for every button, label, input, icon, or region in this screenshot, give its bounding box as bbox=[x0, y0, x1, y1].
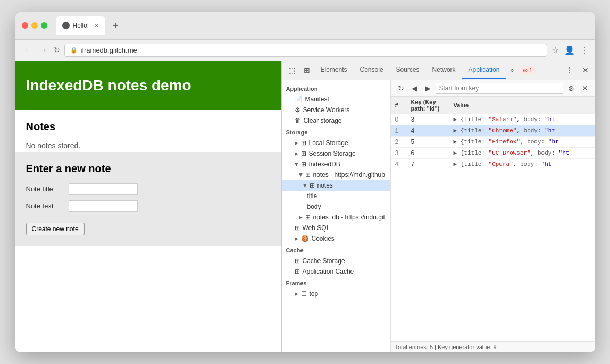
session-storage-expand-icon: ▶ bbox=[295, 151, 298, 156]
cell-key: 3 bbox=[407, 114, 449, 125]
no-notes-text: No notes stored. bbox=[26, 139, 271, 152]
sidebar-item-notes-db[interactable]: ▶ ⊞ notes - https://mdn.github bbox=[282, 170, 390, 180]
devtools-close-button[interactable]: ✕ bbox=[578, 64, 593, 77]
table-row[interactable]: 2 5 ▶ {title: "Firefox", body: "ht bbox=[391, 136, 595, 147]
sidebar-item-body-field[interactable]: body bbox=[282, 201, 390, 212]
note-text-input[interactable] bbox=[69, 200, 138, 212]
application-section-header: Application bbox=[282, 82, 390, 94]
close-button[interactable] bbox=[22, 22, 28, 29]
tab-elements[interactable]: Elements bbox=[314, 62, 354, 79]
url-bar[interactable]: 🔒 iframedb.glitch.me bbox=[64, 44, 547, 57]
manifest-icon: 📄 bbox=[295, 96, 303, 103]
cookies-icon: 🍪 bbox=[301, 235, 309, 242]
cell-value: ▶ {title: "Opera", body: "ht bbox=[449, 158, 595, 170]
sidebar-item-top[interactable]: ▶ ☐ top bbox=[282, 289, 390, 299]
sidebar-item-application-cache[interactable]: ⊞ Application Cache bbox=[282, 266, 390, 277]
indexeddb-icon: ⊞ bbox=[301, 160, 306, 168]
notes-section: Notes No notes stored. bbox=[26, 121, 271, 152]
sidebar-item-service-workers[interactable]: ⚙ Service Workers bbox=[282, 105, 390, 115]
status-bar: Total entries: 5 | Key generator value: … bbox=[391, 341, 595, 352]
delete-entry-button[interactable]: ✕ bbox=[579, 82, 591, 94]
data-toolbar: ↻ ◀ ▶ ⊗ ✕ bbox=[391, 80, 595, 97]
sidebar-item-indexeddb[interactable]: ▶ ⊞ IndexedDB bbox=[282, 159, 390, 170]
notes-db-icon: ⊞ bbox=[305, 171, 311, 179]
cell-value: ▶ {title: "Firefox", body: "ht bbox=[449, 136, 595, 147]
table-row[interactable]: 3 6 ▶ {title: "UC Browser", body: "ht bbox=[391, 147, 595, 158]
service-workers-label: Service Workers bbox=[303, 106, 350, 114]
next-button[interactable]: ▶ bbox=[422, 82, 433, 94]
bookmark-icon[interactable]: ☆ bbox=[551, 45, 559, 55]
sidebar-item-clear-storage[interactable]: 🗑 Clear storage bbox=[282, 115, 390, 126]
local-storage-icon: ⊞ bbox=[301, 139, 306, 147]
cell-index: 4 bbox=[391, 158, 407, 170]
devtools-menu-button[interactable]: ⋮ bbox=[561, 64, 577, 77]
new-tab-button[interactable]: + bbox=[110, 19, 122, 32]
cookies-label: Cookies bbox=[312, 235, 335, 242]
tab-console[interactable]: Console bbox=[354, 62, 390, 79]
create-note-button[interactable]: Create new note bbox=[26, 223, 85, 235]
sidebar-item-notes-db2[interactable]: ▶ ⊞ notes_db - https://mdn.git bbox=[282, 212, 390, 223]
cell-index: 0 bbox=[391, 114, 407, 125]
tab-network[interactable]: Network bbox=[426, 62, 462, 79]
sidebar-item-session-storage[interactable]: ▶ ⊞ Session Storage bbox=[282, 148, 390, 159]
maximize-button[interactable] bbox=[41, 22, 47, 29]
browser-tab[interactable]: Hello! ✕ bbox=[56, 16, 106, 35]
table-row[interactable]: 1 4 ▶ {title: "Chrome", body: "ht bbox=[391, 125, 595, 136]
new-note-section: Enter a new note Note title Note text Cr… bbox=[15, 152, 281, 246]
start-from-key-input[interactable] bbox=[436, 83, 563, 94]
table-header-row: # Key (Key path: "id") Value bbox=[391, 97, 595, 114]
tab-close-button[interactable]: ✕ bbox=[94, 22, 99, 29]
application-cache-label: Application Cache bbox=[303, 268, 354, 275]
devtools-sidebar: Application 📄 Manifest ⚙ Service Workers… bbox=[282, 80, 391, 352]
refresh-button[interactable]: ↻ bbox=[54, 46, 60, 54]
devtools-tabs: ⬚ ⊞ Elements Console Sources Network App… bbox=[282, 61, 595, 80]
note-title-input[interactable] bbox=[69, 183, 138, 195]
notes-db-label: notes - https://mdn.github bbox=[313, 171, 385, 179]
back-button[interactable]: ← bbox=[22, 44, 34, 56]
note-title-row: Note title bbox=[26, 183, 271, 195]
browser-window: Hello! ✕ + ← → ↻ 🔒 iframedb.glitch.me ☆ … bbox=[15, 12, 595, 352]
minimize-button[interactable] bbox=[31, 22, 38, 29]
sidebar-item-manifest[interactable]: 📄 Manifest bbox=[282, 94, 390, 105]
cell-value: ▶ {title: "Safari", body: "ht bbox=[449, 114, 595, 125]
tab-sources[interactable]: Sources bbox=[390, 62, 426, 79]
devtools-panel: ⬚ ⊞ Elements Console Sources Network App… bbox=[281, 61, 595, 352]
error-count: 1 bbox=[529, 67, 532, 73]
refresh-data-button[interactable]: ↻ bbox=[395, 82, 407, 94]
cell-index: 2 bbox=[391, 136, 407, 147]
cell-value: ▶ {title: "UC Browser", body: "ht bbox=[449, 147, 595, 158]
sidebar-item-title-field[interactable]: title bbox=[282, 191, 390, 201]
page-body: Notes No notes stored. Enter a new note … bbox=[15, 110, 281, 246]
cell-key: 7 bbox=[407, 158, 449, 170]
inspect-icon[interactable]: ⬚ bbox=[284, 64, 299, 77]
cache-section-header: Cache bbox=[282, 244, 390, 256]
tab-application[interactable]: Application bbox=[462, 62, 506, 79]
sidebar-item-web-sql[interactable]: ⊞ Web SQL bbox=[282, 223, 390, 233]
lock-icon: 🔒 bbox=[70, 47, 78, 54]
page-title: IndexedDB notes demo bbox=[26, 77, 271, 94]
browser-content: IndexedDB notes demo Notes No notes stor… bbox=[15, 61, 281, 352]
more-tabs-icon[interactable]: » bbox=[506, 64, 518, 76]
devtools-data: ↻ ◀ ▶ ⊗ ✕ # Key (Key path: "id") bbox=[391, 80, 595, 352]
sidebar-item-notes-table[interactable]: ▶ ⊞ notes bbox=[282, 180, 390, 191]
table-row[interactable]: 0 3 ▶ {title: "Safari", body: "ht bbox=[391, 114, 595, 125]
sidebar-item-local-storage[interactable]: ▶ ⊞ Local Storage bbox=[282, 138, 390, 148]
cache-storage-label: Cache Storage bbox=[303, 257, 345, 265]
forward-button[interactable]: → bbox=[38, 44, 49, 56]
prev-button[interactable]: ◀ bbox=[409, 82, 420, 94]
title-bar: Hello! ✕ + bbox=[15, 12, 595, 40]
clear-key-button[interactable]: ⊗ bbox=[565, 82, 577, 94]
menu-icon[interactable]: ⋮ bbox=[580, 45, 589, 55]
table-row[interactable]: 4 7 ▶ {title: "Opera", body: "ht bbox=[391, 158, 595, 170]
body-field-label: body bbox=[307, 203, 321, 210]
device-icon[interactable]: ⊞ bbox=[299, 64, 314, 77]
top-icon: ☐ bbox=[301, 290, 307, 298]
cookies-expand-icon: ▶ bbox=[295, 236, 298, 241]
sidebar-item-cache-storage[interactable]: ⊞ Cache Storage bbox=[282, 256, 390, 266]
cell-key: 5 bbox=[407, 136, 449, 147]
notes-db2-label: notes_db - https://mdn.git bbox=[313, 214, 385, 221]
account-icon[interactable]: 👤 bbox=[564, 45, 575, 55]
sidebar-item-cookies[interactable]: ▶ 🍪 Cookies bbox=[282, 233, 390, 244]
title-field-label: title bbox=[307, 192, 317, 200]
cell-key: 4 bbox=[407, 125, 449, 136]
